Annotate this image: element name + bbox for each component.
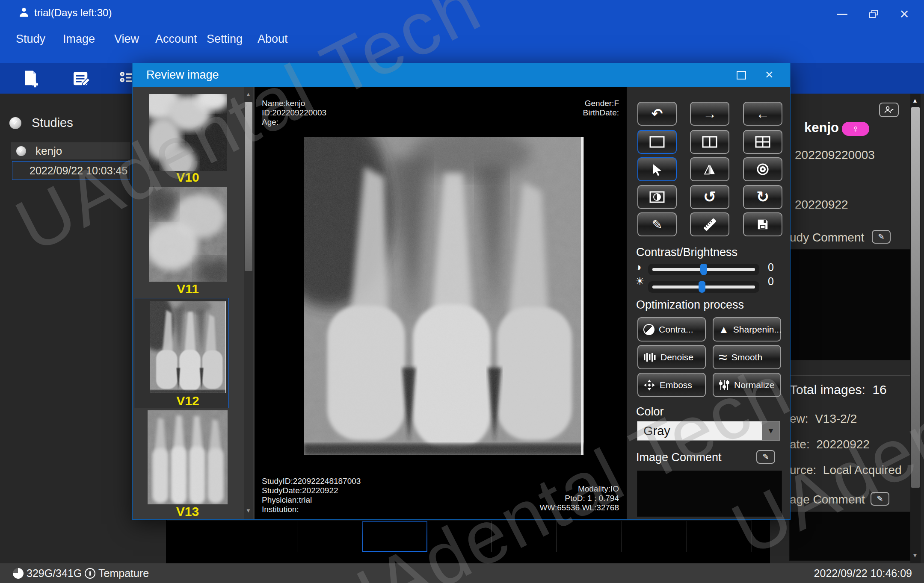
study-comment-label: udy Comment xyxy=(790,231,864,244)
film-strip-cell[interactable] xyxy=(427,521,492,552)
contrast-slider[interactable] xyxy=(652,268,755,271)
menu-setting[interactable]: Setting xyxy=(207,32,243,46)
optimize-denoise-button[interactable]: Denoise xyxy=(637,345,706,369)
rotate-cw-icon: ↻ xyxy=(756,188,769,206)
target-icon xyxy=(756,162,770,176)
tool-rotate-ccw-button[interactable]: ↺ xyxy=(690,185,729,209)
scroll-down-icon[interactable]: ▼ xyxy=(912,552,918,559)
film-strip-cell-selected[interactable] xyxy=(362,521,427,552)
tool-pointer-button[interactable] xyxy=(637,157,677,181)
new-study-button[interactable] xyxy=(21,69,40,90)
optimize-normalize-label: Normalize xyxy=(734,380,775,390)
tool-quad-view-button[interactable] xyxy=(743,130,782,154)
film-strip-cell[interactable] xyxy=(167,521,232,552)
color-select[interactable]: Gray ▼ xyxy=(637,421,780,441)
temperature-icon xyxy=(85,568,95,579)
tool-target-button[interactable] xyxy=(743,157,782,181)
overlay-modality: Modality:IO xyxy=(539,484,619,494)
person-edit-icon xyxy=(884,106,894,114)
thumbnail-v13-label: V13 xyxy=(148,504,228,519)
film-strip-cell[interactable] xyxy=(557,521,622,552)
menu-study[interactable]: Study xyxy=(16,32,45,46)
thumbnail-v12[interactable] xyxy=(150,301,226,393)
scroll-up-icon[interactable]: ▲ xyxy=(246,91,251,97)
window-close-button[interactable]: × xyxy=(894,6,915,22)
edit-pencil-icon: ✎ xyxy=(878,232,884,241)
film-strip-cell[interactable] xyxy=(687,521,752,552)
dialog-maximize-button[interactable] xyxy=(734,69,749,82)
overlay-patient-info: Name:kenjo ID:202209220003 Age: xyxy=(262,99,326,127)
menu-account[interactable]: Account xyxy=(155,32,197,46)
film-strip-cell[interactable] xyxy=(492,521,557,552)
status-bar: 329G/341G Tempature 2022/09/22 10:46:09 xyxy=(0,563,924,583)
scroll-up-icon[interactable]: ▲ xyxy=(912,97,918,104)
maximize-icon xyxy=(737,71,746,80)
tool-draw-button[interactable]: ✎ xyxy=(637,212,677,236)
study-datetime-row[interactable]: 2022/09/22 10:03:45 xyxy=(12,161,130,180)
dialog-titlebar[interactable]: Review image × xyxy=(133,63,790,87)
image-comment-edit-button[interactable]: ✎ xyxy=(756,450,775,464)
film-strip-cell[interactable] xyxy=(232,521,297,552)
film-strip xyxy=(167,521,752,552)
film-strip-cell[interactable] xyxy=(297,521,362,552)
contrast-slider-thumb[interactable] xyxy=(700,264,707,275)
optimize-sharpen-button[interactable]: ▲ Sharpenin... xyxy=(713,317,781,342)
thumbnail-scrollbar[interactable]: ▲ ▼ xyxy=(244,87,253,519)
overlay-physician: Physician:trial xyxy=(262,495,361,505)
film-strip-cell[interactable] xyxy=(622,521,687,552)
normalize-icon xyxy=(719,379,730,391)
xray-image[interactable] xyxy=(304,137,584,455)
menu-image[interactable]: Image xyxy=(63,32,95,46)
tool-next-image-button[interactable]: → xyxy=(690,102,729,126)
tool-prev-image-button[interactable]: ← xyxy=(743,102,782,126)
optimize-smooth-button[interactable]: ≈ Smooth xyxy=(713,345,781,369)
tool-single-view-button[interactable] xyxy=(637,130,677,154)
scroll-down-icon[interactable]: ▼ xyxy=(246,507,251,514)
tool-dual-view-button[interactable] xyxy=(690,130,729,154)
disk-usage-icon xyxy=(13,568,24,579)
view-label: ew: xyxy=(790,412,808,425)
menu-view[interactable]: View xyxy=(114,32,139,46)
brightness-slider-thumb[interactable] xyxy=(699,281,705,293)
minimize-icon xyxy=(837,14,847,15)
panel-image-comment-label: age Comment xyxy=(790,493,865,506)
patient-name-label: kenjo xyxy=(36,144,62,158)
dialog-close-button[interactable]: × xyxy=(761,66,777,83)
tool-undo-button[interactable]: ↶ xyxy=(637,102,677,126)
thumbnail-scrollbar-thumb[interactable] xyxy=(245,102,252,271)
panel-study-date: 20220922 xyxy=(795,198,848,212)
study-comment-edit-button[interactable]: ✎ xyxy=(872,230,891,244)
menu-about[interactable]: About xyxy=(258,32,288,46)
tool-measure-button[interactable] xyxy=(690,212,729,236)
thumbnail-v10[interactable] xyxy=(149,94,227,171)
study-patient-row[interactable]: ✓ kenjo xyxy=(11,142,130,159)
thumbnail-v13[interactable] xyxy=(148,410,228,504)
optimize-contrast-button[interactable]: Contra... xyxy=(637,317,706,342)
thumbnail-v11[interactable] xyxy=(149,187,227,282)
patient-edit-button[interactable] xyxy=(879,103,899,117)
contrast-icon: ◑ xyxy=(635,261,642,273)
window-minimize-button[interactable] xyxy=(832,6,853,22)
tool-rotate-cw-button[interactable]: ↻ xyxy=(743,185,782,209)
brightness-slider[interactable] xyxy=(652,286,755,289)
single-pane-icon xyxy=(649,135,666,149)
overlay-gender: Gender:F xyxy=(583,99,619,108)
panel-scrollbar-thumb[interactable] xyxy=(911,107,920,488)
optimize-emboss-button[interactable]: Emboss xyxy=(637,373,706,397)
contrast-value: 0 xyxy=(768,261,774,274)
panel-patient-id: 202209220003 xyxy=(795,148,875,162)
optimize-normalize-button[interactable]: Normalize xyxy=(713,373,781,397)
dual-pane-icon xyxy=(701,135,718,149)
close-icon: × xyxy=(900,5,909,23)
edit-pencil-icon: ✎ xyxy=(877,494,883,504)
emboss-icon xyxy=(643,379,655,391)
tool-invert-button[interactable] xyxy=(637,185,677,209)
window-restore-button[interactable] xyxy=(863,6,884,22)
color-heading: Color xyxy=(636,405,664,418)
panel-scrollbar[interactable]: ▲ ▼ xyxy=(910,94,921,563)
edit-study-button[interactable] xyxy=(71,69,91,90)
tool-save-button[interactable] xyxy=(743,212,782,236)
tool-flip-button[interactable] xyxy=(690,157,729,181)
optimization-heading: Optimization process xyxy=(636,298,744,312)
panel-image-comment-edit-button[interactable]: ✎ xyxy=(871,492,889,506)
